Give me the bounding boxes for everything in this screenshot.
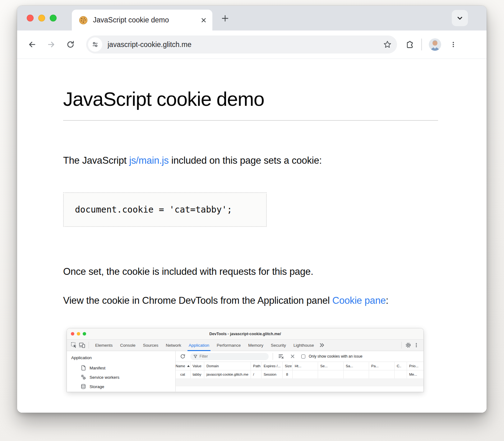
cookie-c-cell [395,370,407,378]
gears-icon [81,374,86,380]
browser-toolbar: javascript-cookie.glitch.me [17,30,487,59]
chevron-down-icon [456,14,464,22]
cookie-size-cell: 8 [283,370,293,378]
empty-table-stripe [176,379,423,386]
devtools-tab-sources: Sources [139,340,162,351]
device-toolbar-icon [78,341,86,349]
column-header: Prio... [407,362,423,370]
p1-text-after: included on this page sets a cookie: [169,155,322,166]
sidebar-item-storage: Storage [67,382,175,391]
cookie-priority-cell: Me... [407,370,423,378]
column-header: Ht... [293,362,318,370]
star-icon [383,40,392,49]
column-header: Pa... [369,362,395,370]
forward-arrow-icon [46,40,56,49]
cookie-secure-cell [318,370,344,378]
cookie-pane-link[interactable]: Cookie pane [332,295,386,306]
cookie-domain-cell: javascript-cookie.glitch.me [204,370,251,378]
cookies-toolbar: Only show cookies with an issue [176,351,423,362]
puzzle-icon [405,40,414,49]
back-button[interactable] [25,38,39,51]
toolbar-divider [421,39,422,50]
tab-search-button[interactable] [452,10,468,26]
devtools-tab-security: Security [267,340,290,351]
devtools-zoom-dot [83,332,86,335]
reload-icon [66,40,75,49]
zoom-window-button[interactable] [50,15,57,21]
cookie-path-cell: / [251,370,261,378]
column-header: Se... [318,362,344,370]
devtools-tab-application: Application [185,340,213,351]
url-text: javascript-cookie.glitch.me [108,40,383,49]
forward-button[interactable] [44,38,58,51]
profile-avatar[interactable] [429,38,441,51]
paragraph-view-cookie: View the cookie in Chrome DevTools from … [63,293,438,308]
column-header: Domain [204,362,251,370]
devtools-toolbar-divider [401,342,402,349]
cookie-table-row: cat tabby javascript-cookie.glitch.me / … [176,370,423,379]
column-header: Name [176,362,191,370]
address-bar[interactable]: javascript-cookie.glitch.me [86,35,397,54]
paragraph-once-set: Once set, the cookie is included with re… [63,266,438,277]
clear-x-icon [289,352,297,360]
refresh-icon [179,352,187,360]
devtools-tab-console: Console [116,340,139,351]
page-title: JavaScript cookie demo [63,59,438,110]
paragraph-sets-cookie: The JavaScript js/main.js included on th… [63,155,438,166]
minimize-window-button[interactable] [38,15,45,21]
browser-menu-button[interactable] [449,40,457,49]
js-main-js-link[interactable]: js/main.js [129,155,169,166]
p3-text-before: View the cookie in Chrome DevTools from … [63,295,332,306]
cookies-table-header: Name Value Domain Path Expires /... Size… [176,362,423,370]
cookie-httponly-cell [293,370,318,378]
issues-checkbox-label: Only show cookies with an issue [309,354,363,359]
new-tab-button[interactable] [221,14,229,23]
cookiebar-divider [273,353,273,360]
page-viewport: JavaScript cookie demo The JavaScript js… [17,59,487,413]
bookmark-star-button[interactable] [383,40,392,49]
cookie-value-cell: tabby [191,370,204,378]
sidebar-item-manifest: Manifest [67,363,175,373]
sidebar-item-service-workers: Service workers [67,373,175,382]
sort-asc-icon [187,365,190,367]
sidebar-item-label: Service workers [90,375,119,380]
p3-text-after: : [386,295,388,306]
clear-filter-icon [277,352,285,360]
cookie-expires-cell: Session [261,370,283,378]
devtools-tab-performance: Performance [213,340,244,351]
cookie-partition-cell [369,370,395,378]
p1-text-before: The JavaScript [63,155,129,166]
tab-title: JavaScript cookie demo [93,16,199,24]
devtools-sidebar: Application Manifest Service workers Sto… [67,351,176,392]
extensions-button[interactable] [405,40,414,49]
devtools-traffic-lights [71,332,86,335]
tab-close-icon[interactable] [199,16,208,25]
sidebar-item-label: Storage [90,384,104,389]
browser-tab[interactable]: JavaScript cookie demo [72,10,212,30]
devtools-minimize-dot [77,332,80,335]
reload-button[interactable] [64,38,77,51]
document-icon [81,365,86,371]
traffic-lights [27,15,57,21]
tab-strip: JavaScript cookie demo [17,6,487,30]
close-window-button[interactable] [27,15,34,21]
devtools-tab-lighthouse: Lighthouse [290,340,318,351]
code-block: document.cookie = 'cat=tabby'; [63,192,267,227]
tune-icon [91,40,99,49]
filter-input [200,354,266,359]
column-header: Expires /... [261,362,283,370]
kebab-menu-icon [449,40,457,49]
site-settings-button[interactable] [88,37,102,52]
devtools-close-dot [71,332,74,335]
devtools-titlebar: DevTools - javascript-cookie.glitch.me/ [67,328,423,340]
back-arrow-icon [27,40,37,49]
devtools-tab-memory: Memory [244,340,267,351]
devtools-tab-elements: Elements [91,340,116,351]
devtools-tabbar: Elements Console Sources Network Applica… [67,340,423,351]
filter-funnel-icon [193,354,197,359]
column-header: Path [251,362,261,370]
sidebar-item-label: Manifest [90,366,105,370]
title-divider [63,120,438,121]
column-header: C.. [395,362,407,370]
devtools-toolbar-divider [89,342,89,349]
